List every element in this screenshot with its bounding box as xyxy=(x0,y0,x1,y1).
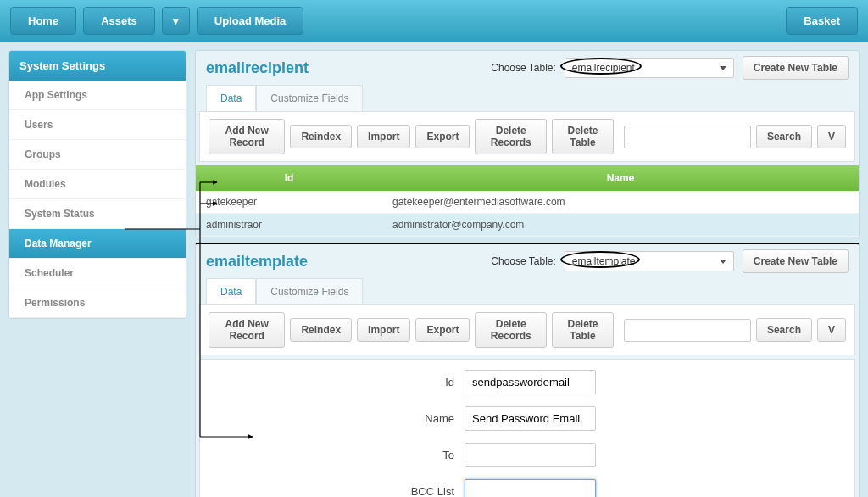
choose-table-value: emailrecipient xyxy=(572,62,635,74)
import-button[interactable]: Import xyxy=(357,318,410,342)
import-button[interactable]: Import xyxy=(357,125,410,148)
delete-table-button[interactable]: Delete Table xyxy=(552,312,614,348)
sidebar: System Settings App Settings Users Group… xyxy=(8,50,186,319)
input-name[interactable] xyxy=(465,406,596,431)
record-form: Id Name To BCC List gatekeeper@e xyxy=(199,359,855,497)
column-name: Name xyxy=(382,165,859,191)
sidebar-item-app-settings[interactable]: App Settings xyxy=(9,81,186,110)
sidebar-item-data-manager[interactable]: Data Manager xyxy=(9,229,186,259)
choose-table-select[interactable]: emailrecipient xyxy=(565,58,734,78)
table-header: Id Name xyxy=(196,165,859,191)
choose-table-select[interactable]: emailtemplate xyxy=(565,251,734,271)
assets-button[interactable]: Assets xyxy=(83,7,155,35)
sidebar-item-users[interactable]: Users xyxy=(9,110,186,140)
basket-button[interactable]: Basket xyxy=(786,7,858,35)
toolbar: Add New Record Reindex Import Export Del… xyxy=(199,304,855,355)
column-id: Id xyxy=(196,165,382,191)
chevron-down-icon xyxy=(720,260,726,264)
sidebar-item-scheduler[interactable]: Scheduler xyxy=(9,259,186,288)
home-button[interactable]: Home xyxy=(10,7,76,35)
label-bcc-list: BCC List xyxy=(217,485,454,497)
search-button[interactable]: Search xyxy=(756,125,812,148)
chevron-down-icon xyxy=(720,66,726,70)
choose-table-value: emailtemplate xyxy=(572,255,636,267)
top-navbar: Home Assets ▾ Upload Media Basket xyxy=(0,0,868,42)
tab-customize-fields[interactable]: Customize Fields xyxy=(256,85,363,111)
reindex-button[interactable]: Reindex xyxy=(290,125,352,148)
panel-emailtemplate: emailtemplate Choose Table: emailtemplat… xyxy=(195,243,860,497)
sidebar-header: System Settings xyxy=(9,51,186,81)
label-id: Id xyxy=(217,376,454,388)
cell-name: administrator@company.com xyxy=(382,214,859,236)
input-id[interactable] xyxy=(465,370,596,394)
table-row[interactable]: administraor administrator@company.com xyxy=(196,214,859,237)
upload-media-button[interactable]: Upload Media xyxy=(197,7,304,35)
tab-data[interactable]: Data xyxy=(206,85,256,111)
sidebar-item-system-status[interactable]: System Status xyxy=(9,199,186,229)
search-input[interactable] xyxy=(624,319,751,342)
export-button[interactable]: Export xyxy=(415,318,470,342)
cell-id: gatekeeper xyxy=(196,191,382,213)
delete-records-button[interactable]: Delete Records xyxy=(475,119,547,154)
search-button[interactable]: Search xyxy=(756,318,812,342)
create-new-table-button[interactable]: Create New Table xyxy=(743,249,849,273)
table-row[interactable]: gatekeeper gatekeeper@entermediasoftware… xyxy=(196,191,859,214)
tab-data[interactable]: Data xyxy=(206,278,256,304)
choose-table-label: Choose Table: xyxy=(491,62,556,74)
v-button[interactable]: V xyxy=(817,125,846,148)
cell-name: gatekeeper@entermediasoftware.com xyxy=(382,191,859,213)
sidebar-item-groups[interactable]: Groups xyxy=(9,140,186,170)
delete-table-button[interactable]: Delete Table xyxy=(552,119,614,154)
delete-records-button[interactable]: Delete Records xyxy=(475,312,547,348)
create-new-table-button[interactable]: Create New Table xyxy=(743,56,849,80)
add-new-record-button[interactable]: Add New Record xyxy=(209,119,285,154)
search-input[interactable] xyxy=(624,126,751,148)
add-new-record-button[interactable]: Add New Record xyxy=(209,312,285,348)
toolbar: Add New Record Reindex Import Export Del… xyxy=(199,111,855,162)
panel-emailrecipient: emailrecipient Choose Table: emailrecipi… xyxy=(195,50,860,237)
v-button[interactable]: V xyxy=(817,318,846,342)
sidebar-item-permissions[interactable]: Permissions xyxy=(9,288,186,318)
choose-table-label: Choose Table: xyxy=(491,255,556,267)
input-bcc-list[interactable] xyxy=(465,479,596,497)
tab-customize-fields[interactable]: Customize Fields xyxy=(256,278,363,304)
label-to: To xyxy=(217,449,454,461)
reindex-button[interactable]: Reindex xyxy=(290,318,352,342)
export-button[interactable]: Export xyxy=(415,125,470,148)
panel-title: emailtemplate xyxy=(206,253,308,271)
assets-dropdown-toggle[interactable]: ▾ xyxy=(162,7,190,35)
label-name: Name xyxy=(217,412,454,425)
input-to[interactable] xyxy=(465,443,596,467)
panel-title: emailrecipient xyxy=(206,59,309,77)
sidebar-item-modules[interactable]: Modules xyxy=(9,170,186,199)
cell-id: administraor xyxy=(196,214,382,236)
